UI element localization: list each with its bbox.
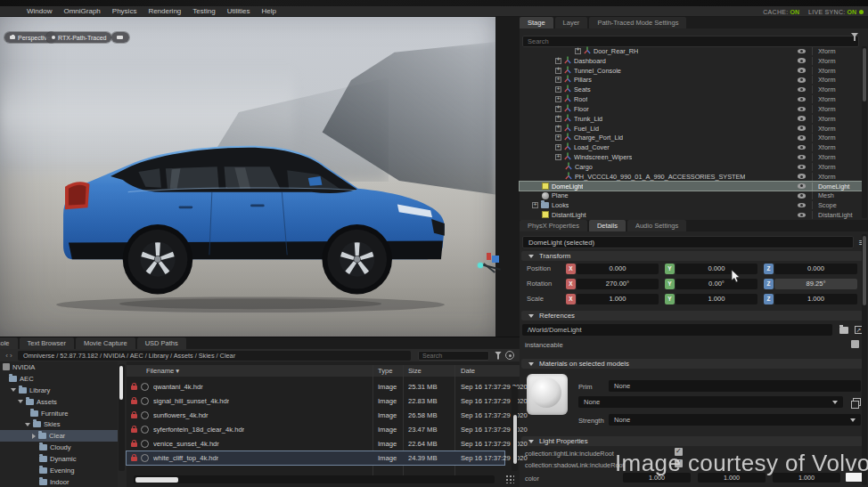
horizontal-scrollbar[interactable] bbox=[134, 475, 495, 483]
light-properties-section-header[interactable]: Light Properties bbox=[521, 436, 863, 446]
tree-row-looks[interactable]: LooksScope bbox=[520, 200, 863, 210]
file-row-signal-hill[interactable]: signal_hill_sunset_4k.hdrImage22.83 MBSe… bbox=[127, 394, 504, 408]
tree-row-trunk-lid[interactable]: Trunk_LidXform bbox=[520, 114, 863, 124]
chevron-down-icon[interactable] bbox=[18, 400, 23, 403]
gizmo-z-handle[interactable] bbox=[492, 256, 499, 263]
visibility-eye-icon[interactable] bbox=[798, 135, 806, 141]
tree-row-tunnel-console[interactable]: Tunnel_ConsoleXform bbox=[520, 66, 863, 76]
visibility-eye-icon[interactable] bbox=[798, 145, 806, 150]
tree-node-library[interactable]: Library bbox=[0, 385, 118, 396]
visibility-eye-icon[interactable] bbox=[798, 77, 806, 83]
chevron-down-icon[interactable] bbox=[25, 423, 30, 426]
tree-node-assets[interactable]: Assets bbox=[0, 396, 118, 408]
visibility-eye-icon[interactable] bbox=[798, 213, 806, 218]
tree-row-pillars[interactable]: PillarsXform bbox=[520, 75, 863, 85]
menu-utilities[interactable]: Utilities bbox=[227, 7, 250, 15]
tree-node-indoor[interactable]: Indoor bbox=[0, 476, 118, 487]
grid-view-icon[interactable] bbox=[504, 474, 514, 483]
expand-icon[interactable] bbox=[555, 86, 561, 93]
rotation-z-field[interactable]: 89.25° bbox=[774, 279, 857, 289]
visibility-eye-icon[interactable] bbox=[798, 58, 806, 63]
column-type[interactable]: Type bbox=[378, 367, 392, 375]
tree-node-skies[interactable]: Skies bbox=[0, 418, 118, 430]
file-row-white-cliff-selected[interactable]: white_cliff_top_4k.hdrImage24.39 MBSep 1… bbox=[127, 451, 504, 465]
visibility-eye-icon[interactable] bbox=[798, 107, 806, 112]
tab-audio-settings[interactable]: Audio Settings bbox=[627, 220, 686, 231]
tree-row-windscreen-wipers[interactable]: Windscreen_WipersXform bbox=[520, 152, 863, 162]
tree-row-floor[interactable]: FloorXform bbox=[520, 104, 863, 114]
visibility-eye-icon[interactable] bbox=[798, 87, 806, 93]
expand-icon[interactable] bbox=[555, 144, 561, 150]
column-size[interactable]: Size bbox=[408, 367, 422, 375]
tree-row-cargo[interactable]: CargoXform bbox=[520, 162, 863, 172]
rotation-y-field[interactable]: 0.00° bbox=[676, 279, 757, 289]
visibility-eye-icon[interactable] bbox=[798, 116, 806, 121]
tab-movie-capture[interactable]: Movie Capture bbox=[76, 337, 135, 349]
file-row-qwantani[interactable]: qwantani_4k.hdrImage25.31 MBSep 16 17:37… bbox=[127, 380, 504, 394]
volvo-xc40-car[interactable] bbox=[49, 131, 452, 316]
copy-material-icon[interactable] bbox=[853, 398, 861, 406]
menu-rendering[interactable]: Rendering bbox=[148, 7, 181, 15]
tree-row-fuel-lid[interactable]: Fuel_LidXform bbox=[520, 124, 863, 134]
menu-window[interactable]: Window bbox=[27, 7, 52, 15]
expand-icon[interactable] bbox=[532, 202, 538, 208]
expand-icon[interactable] bbox=[555, 68, 561, 74]
tree-node-dynamic[interactable]: Dynamic bbox=[0, 453, 118, 465]
visibility-eye-icon[interactable] bbox=[798, 203, 806, 208]
tree-row-charge-port-lid[interactable]: Charge_Port_LidXform bbox=[520, 133, 863, 142]
tree-node-clear-selected[interactable]: Clear bbox=[0, 430, 118, 442]
folder-tree-scrollbar[interactable] bbox=[119, 364, 125, 471]
file-row-syferfontein[interactable]: syferfontein_18d_clear_4k.hdrImage23.47 … bbox=[127, 423, 504, 436]
expand-icon[interactable] bbox=[555, 154, 561, 160]
tree-row-distantlight[interactable]: DistantLightDistantLight bbox=[520, 210, 863, 220]
column-filename[interactable]: Filename ▾ bbox=[146, 367, 179, 375]
visibility-eye-icon[interactable] bbox=[798, 183, 806, 189]
tree-row-plane[interactable]: PlaneMesh bbox=[520, 191, 863, 200]
expand-icon[interactable] bbox=[555, 126, 561, 132]
tree-node-furniture[interactable]: Furniture bbox=[0, 408, 118, 419]
viewport-3d[interactable]: Perspective RTX-Path-Traced bbox=[0, 17, 495, 337]
menu-omnigraph[interactable]: OmniGraph bbox=[63, 7, 100, 15]
tree-node-evening[interactable]: Evening bbox=[0, 465, 118, 476]
menu-help[interactable]: Help bbox=[261, 7, 275, 15]
file-row-sunflowers[interactable]: sunflowers_4k.hdrImage26.58 MBSep 16 17:… bbox=[127, 409, 504, 422]
tree-row-accessories-system[interactable]: PH_VCCCL40_990_01_A_990_ACCESSORIES_SYST… bbox=[520, 172, 863, 182]
visibility-eye-icon[interactable] bbox=[798, 49, 806, 54]
position-x-field[interactable]: 0.000 bbox=[577, 264, 659, 274]
stage-scrollbar[interactable] bbox=[862, 46, 867, 218]
expand-icon[interactable] bbox=[555, 96, 561, 102]
material-dropdown[interactable]: None bbox=[578, 396, 843, 408]
column-date[interactable]: Date bbox=[461, 367, 475, 375]
gizmo-center-handle[interactable] bbox=[478, 263, 483, 268]
tree-node-cloudy[interactable]: Cloudy bbox=[0, 442, 118, 453]
position-y-field[interactable]: 0.000 bbox=[676, 264, 757, 274]
selection-path-field[interactable]: DomeLight (selected) bbox=[522, 236, 854, 248]
visibility-eye-icon[interactable] bbox=[798, 174, 806, 179]
materials-section-header[interactable]: Materials on selected models bbox=[521, 359, 863, 369]
tab-physx-properties[interactable]: PhysX Properties bbox=[520, 220, 587, 231]
expand-icon[interactable] bbox=[555, 58, 561, 64]
tree-row-domelight-selected[interactable]: DomeLightDomeLight bbox=[520, 182, 863, 191]
viewport-options-button[interactable] bbox=[111, 32, 129, 43]
tab-console[interactable]: Console bbox=[0, 337, 18, 349]
visibility-eye-icon[interactable] bbox=[798, 97, 806, 102]
tab-details[interactable]: Details bbox=[589, 220, 626, 231]
properties-scrollbar[interactable] bbox=[862, 234, 867, 485]
rotation-x-field[interactable]: 270.00° bbox=[577, 279, 659, 289]
scale-x-field[interactable]: 1.000 bbox=[577, 294, 659, 304]
menu-testing[interactable]: Testing bbox=[192, 7, 215, 15]
tree-row-seats[interactable]: SeatsXform bbox=[520, 85, 863, 94]
visibility-eye-icon[interactable] bbox=[798, 126, 806, 131]
scale-y-field[interactable]: 1.000 bbox=[676, 294, 757, 304]
expand-icon[interactable] bbox=[555, 77, 561, 83]
expand-icon[interactable] bbox=[555, 134, 561, 141]
visibility-eye-icon[interactable] bbox=[798, 68, 806, 73]
expand-icon[interactable] bbox=[575, 48, 581, 54]
visibility-eye-icon[interactable] bbox=[798, 155, 806, 160]
reference-path-field[interactable]: /World/DomeLight bbox=[522, 324, 832, 336]
tab-text-browser[interactable]: Text Browser bbox=[20, 337, 74, 349]
tree-row-roof[interactable]: RoofXform bbox=[520, 94, 863, 104]
tab-usd-paths[interactable]: USD Paths bbox=[137, 337, 186, 349]
file-list-scrollbar[interactable] bbox=[512, 386, 518, 471]
tab-path-traced-mode-settings[interactable]: Path-Traced Mode Settings bbox=[589, 17, 686, 28]
